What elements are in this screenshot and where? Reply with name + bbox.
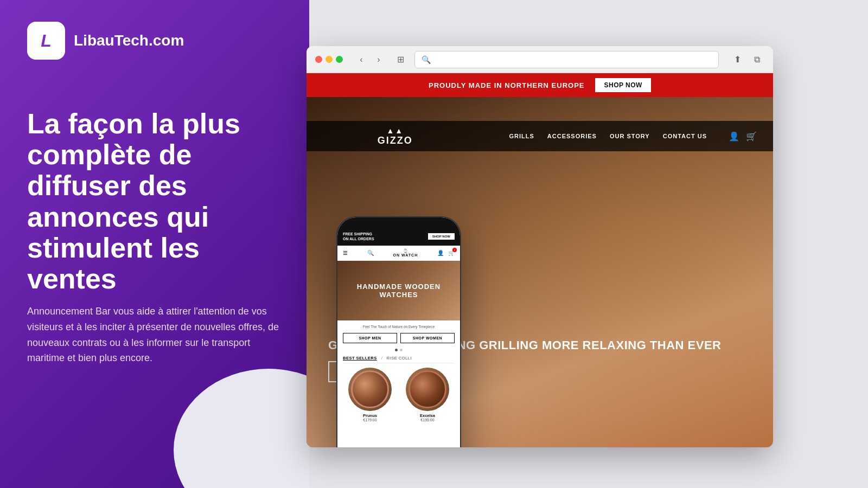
nav-icons: 👤 🛒 [729, 131, 757, 142]
phone-shop-now-button[interactable]: SHOP NOW [428, 233, 455, 240]
nav-link-contact-us[interactable]: CONTACT US [663, 133, 707, 139]
logo-text: LibauTech.com [74, 32, 184, 49]
website-nav: ▲▲ GIZZO GRILLS ACCESSORIES OUR STORY CO… [307, 121, 773, 151]
main-headline: La façon la plus complète de diffuser de… [27, 108, 282, 294]
announcement-text: PROUDLY MADE IN NORTHERN EUROPE [429, 81, 584, 89]
more-button[interactable]: ⧉ [749, 52, 764, 67]
product-2-price: €199.00 [400, 418, 455, 422]
website-content: PROUDLY MADE IN NORTHERN EUROPE SHOP NOW… [307, 73, 773, 447]
phone-nav-icons: 👤 🛒 2 [437, 250, 455, 256]
phone-nav: ☰ 🔍 ⌚ ON WATCH 👤 🛒 2 [337, 246, 460, 261]
watch-face-2 [409, 370, 446, 408]
phone-mockup: FREE SHIPPING ON ALL ORDERS SHOP NOW ☰ 🔍… [336, 216, 461, 447]
phone-product-grid: Prunus €179.00 Excelsa €199.00 [343, 368, 455, 422]
phone-nav-logo: ⌚ ON WATCH [393, 249, 418, 257]
product-1-price: €179.00 [343, 418, 397, 422]
nav-link-grills[interactable]: GRILLS [509, 133, 534, 139]
maximize-dot[interactable] [336, 56, 343, 63]
phone-announce-text: FREE SHIPPING ON ALL ORDERS [343, 232, 374, 241]
decorative-wave [201, 380, 309, 488]
carousel-dot-2[interactable] [400, 349, 403, 351]
tab-icon: ⊞ [393, 52, 408, 67]
share-button[interactable]: ⬆ [730, 52, 745, 67]
mountain-icon: ▲▲ [323, 126, 468, 135]
product-2-name: Excelsa [400, 413, 455, 418]
phone-body: Feel The Touch of Nature on Every Timepi… [337, 320, 460, 426]
logo-area: L LibauTech.com [27, 22, 184, 60]
phone-screen: FREE SHIPPING ON ALL ORDERS SHOP NOW ☰ 🔍… [337, 217, 460, 447]
logo-icon: L [27, 22, 65, 60]
carousel-dot-1[interactable] [395, 349, 398, 351]
nav-links: GRILLS ACCESSORIES OUR STORY CONTACT US … [468, 131, 757, 142]
left-panel: L LibauTech.com La façon la plus complèt… [0, 0, 309, 488]
phone-action-buttons: SHOP MEN SHOP WOMEN [343, 333, 455, 343]
phone-user-icon[interactable]: 👤 [437, 250, 444, 256]
announcement-shop-now-button[interactable]: SHOP NOW [595, 78, 650, 92]
forward-button[interactable]: › [371, 52, 386, 67]
phone-shop-women-button[interactable]: SHOP WOMEN [400, 333, 455, 343]
cart-icon[interactable]: 🛒 [746, 131, 757, 142]
minimize-dot[interactable] [326, 56, 333, 63]
product-1-name: Prunus [343, 413, 397, 418]
phone-shop-men-button[interactable]: SHOP MEN [343, 333, 397, 343]
phone-search-icon[interactable]: 🔍 [367, 250, 374, 256]
address-bar[interactable]: 🔍 [414, 51, 719, 68]
tab-bestsellers[interactable]: BEST SELLERS [343, 356, 377, 361]
back-button[interactable]: ‹ [354, 52, 369, 67]
announcement-bar: PROUDLY MADE IN NORTHERN EUROPE SHOP NOW [307, 73, 773, 97]
search-icon: 🔍 [422, 55, 431, 64]
phone-tagline: Feel The Touch of Nature on Every Timepi… [343, 325, 455, 329]
phone-cart-icon[interactable]: 🛒 2 [448, 250, 455, 256]
close-dot[interactable] [315, 56, 322, 63]
main-subtext: Announcement Bar vous aide à attirer l'a… [27, 304, 282, 366]
nav-link-our-story[interactable]: OUR STORY [610, 133, 650, 139]
address-bar-actions: ⬆ ⧉ [730, 52, 764, 67]
product-1-image [348, 368, 392, 411]
browser-nav: ‹ › [354, 52, 386, 67]
phone-notch [377, 217, 420, 229]
hero-background: ▲▲ GIZZO GRILLS ACCESSORIES OUR STORY CO… [307, 97, 773, 447]
browser-chrome: ‹ › ⊞ 🔍 ⬆ ⧉ [307, 46, 773, 73]
user-icon[interactable]: 👤 [729, 131, 739, 142]
site-logo: ▲▲ GIZZO [323, 126, 468, 146]
phone-hero: HANDMADE WOODEN WATCHES [337, 261, 460, 320]
tab-rise-collection[interactable]: RISE COLLI [387, 356, 412, 361]
product-2-image [406, 368, 449, 411]
phone-carousel-dots [343, 349, 455, 351]
traffic-lights [315, 56, 343, 63]
phone-product-1[interactable]: Prunus €179.00 [343, 368, 397, 422]
phone-product-2[interactable]: Excelsa €199.00 [400, 368, 455, 422]
nav-link-accessories[interactable]: ACCESSORIES [547, 133, 597, 139]
watch-face-1 [351, 370, 389, 408]
phone-menu-icon[interactable]: ☰ [343, 250, 348, 256]
phone-product-tabs: BEST SELLERS / RISE COLLI [343, 356, 455, 363]
phone-hero-text: HANDMADE WOODEN WATCHES [357, 282, 441, 299]
tab-divider: / [381, 356, 382, 361]
browser-window: ‹ › ⊞ 🔍 ⬆ ⧉ PROUDLY MADE IN NORTHERN EUR… [307, 46, 773, 447]
